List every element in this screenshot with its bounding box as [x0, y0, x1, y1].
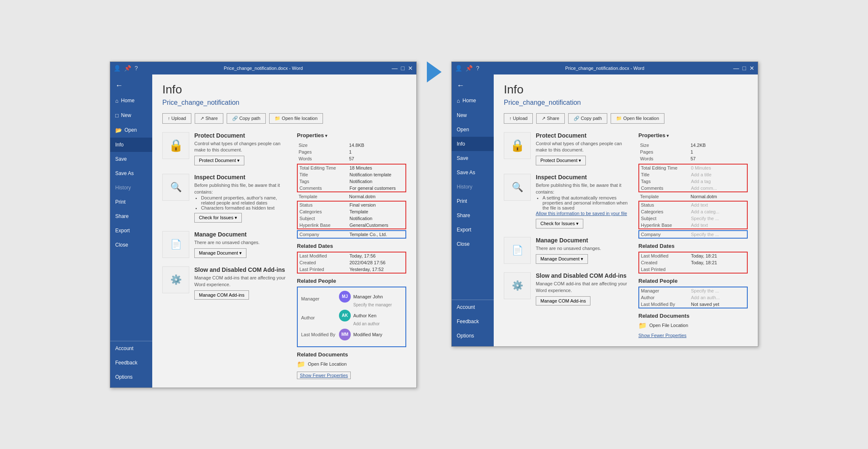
right-prop-value-categories[interactable]: Add a categ... — [689, 208, 747, 215]
sidebar-item-export[interactable]: Export — [110, 223, 152, 238]
open-location-button-left[interactable]: 📁 Open file location — [269, 113, 323, 124]
sidebar-label-export: Export — [115, 228, 130, 234]
right-manager-value[interactable]: Specify the ... — [689, 287, 747, 294]
right-sidebar-home[interactable]: ⌂ Home — [452, 93, 494, 108]
right-sidebar-info[interactable]: Info — [452, 137, 494, 151]
right-maximize-button[interactable]: □ — [743, 65, 746, 72]
right-sidebar-close[interactable]: Close — [452, 237, 494, 251]
right-prop-value-company[interactable]: Specify the ... — [689, 231, 747, 238]
right-com-title: Slow and Disabled COM Add-ins — [536, 272, 628, 279]
prop-label-title: Title — [297, 171, 348, 178]
right-prop-value-subject[interactable]: Specify the ... — [689, 215, 747, 222]
author-sub: Add an author — [353, 321, 380, 326]
doc-name-left: Price_change_notification — [162, 99, 406, 106]
right-minimize-button[interactable]: — — [733, 65, 739, 72]
right-prop-value-status[interactable]: Add text — [689, 201, 747, 208]
open-icon: 📂 — [115, 127, 122, 133]
left-window-body: ← ⌂ Home □ New 📂 Open Info Save — [110, 74, 416, 388]
right-sidebar-open[interactable]: Open — [452, 122, 494, 137]
right-protect-button[interactable]: Protect Document ▾ — [536, 156, 586, 165]
right-prop-label-categories: Categories — [639, 208, 689, 215]
right-sidebar-save[interactable]: Save — [452, 151, 494, 165]
sidebar-label-close: Close — [115, 242, 128, 248]
right-prop-row-title: Title Add a title — [639, 171, 747, 178]
copy-path-button-left[interactable]: 🔗 Copy path — [227, 113, 266, 124]
right-sidebar-export[interactable]: Export — [452, 223, 494, 237]
prop-label-company: Company — [297, 231, 348, 238]
prop-value-created: 2022/04/28 17:56 — [348, 259, 406, 266]
right-back-button[interactable]: ← — [452, 78, 494, 93]
sidebar-item-home[interactable]: ⌂ Home — [110, 93, 152, 108]
home-icon: ⌂ — [115, 98, 119, 104]
sidebar-label-home: Home — [121, 98, 135, 104]
right-people-row-last-modified-by: Last Modified By Not saved yet — [639, 301, 747, 308]
inspect-list: Document properties, author's name, rela… — [201, 195, 287, 210]
right-props-template: Template Normal.dotm — [638, 193, 748, 200]
copy-path-button-right[interactable]: 🔗 Copy path — [568, 113, 607, 124]
manage-button[interactable]: Manage Document ▾ — [194, 248, 246, 258]
right-sidebar-share[interactable]: Share — [452, 208, 494, 223]
open-location-button-right[interactable]: 📁 Open file location — [611, 113, 664, 124]
right-prop-value-hyperlink[interactable]: Add text — [689, 222, 747, 229]
people-row-last-modified-by: Last Modified By MM Modified Mary — [301, 329, 402, 340]
protect-button[interactable]: Protect Document ▾ — [194, 156, 244, 165]
right-sidebar-options[interactable]: Options — [452, 329, 494, 343]
sidebar-item-account[interactable]: Account — [110, 341, 152, 356]
sidebar-item-save-as[interactable]: Save As — [110, 166, 152, 181]
right-sidebar-label-save: Save — [457, 155, 468, 161]
share-button-left[interactable]: ↗ Share — [195, 113, 223, 124]
sidebar-item-new[interactable]: □ New — [110, 108, 152, 123]
prop-label-last-printed: Last Printed — [297, 266, 348, 273]
right-prop-value-words: 57 — [689, 155, 748, 162]
close-button[interactable]: ✕ — [408, 65, 413, 72]
sidebar-item-info[interactable]: Info — [110, 138, 152, 152]
right-open-file-location[interactable]: 📁 Open File Location — [638, 321, 748, 329]
right-sidebar-save-as[interactable]: Save As — [452, 165, 494, 180]
check-issues-button[interactable]: Check for Issues ▾ — [194, 213, 242, 223]
right-sidebar-print[interactable]: Print — [452, 194, 494, 208]
sidebar-item-print[interactable]: Print — [110, 195, 152, 209]
right-title-controls[interactable]: — □ ✕ — [733, 65, 754, 72]
open-file-location-left[interactable]: 📁 Open File Location — [297, 360, 406, 368]
people-row-author: Author AK Author Ken Add an author — [301, 310, 402, 326]
com-button[interactable]: Manage COM Add-ins — [194, 290, 249, 300]
right-people-row-manager: Manager Specify the ... — [639, 287, 747, 294]
protect-section: 🔒 Protect Document Control what types of… — [162, 132, 287, 166]
back-button[interactable]: ← — [110, 78, 152, 93]
right-prop-row-tags: Tags Add a tag — [639, 178, 747, 185]
prop-row-size: Size 14.8KB — [297, 142, 406, 149]
right-manage-button[interactable]: Manage Document ▾ — [536, 254, 588, 264]
right-main-content: Info Price_change_notification ↑ Upload … — [494, 74, 758, 346]
sidebar-item-close[interactable]: Close — [110, 238, 152, 252]
sidebar-item-options[interactable]: Options — [110, 370, 152, 384]
upload-button-right[interactable]: ↑ Upload — [504, 113, 533, 124]
right-close-button[interactable]: ✕ — [749, 65, 754, 72]
right-author-value[interactable]: Add an auth... — [689, 294, 747, 301]
upload-button-left[interactable]: ↑ Upload — [162, 113, 191, 124]
sidebar-item-share[interactable]: Share — [110, 209, 152, 223]
protect-content: Protect Document Control what types of c… — [194, 132, 287, 166]
minimize-button[interactable]: — — [392, 65, 398, 72]
right-com-button[interactable]: Manage COM Add-ins — [536, 296, 590, 306]
share-button-right[interactable]: ↗ Share — [536, 113, 564, 124]
sidebar-item-save[interactable]: Save — [110, 152, 152, 166]
related-people-title-left: Related People — [297, 278, 406, 284]
right-sidebar-new[interactable]: New — [452, 108, 494, 122]
properties-header-right[interactable]: Properties — [638, 132, 748, 138]
right-prop-value-title[interactable]: Add a title — [689, 171, 747, 178]
right-manager-label: Manager — [639, 287, 689, 294]
right-prop-value-tags[interactable]: Add a tag — [689, 178, 747, 185]
right-sidebar-feedback[interactable]: Feedback — [452, 314, 494, 329]
right-protect-description: Control what types of changes people can… — [536, 141, 628, 154]
sidebar-item-feedback[interactable]: Feedback — [110, 356, 152, 370]
sidebar-item-open[interactable]: 📂 Open — [110, 123, 152, 138]
left-title-controls[interactable]: — □ ✕ — [392, 65, 413, 72]
right-prop-value-comments[interactable]: Add comm... — [689, 185, 747, 192]
right-check-issues-button[interactable]: Check for Issues ▾ — [536, 219, 583, 228]
inspect-allow-link[interactable]: Allow this information to be saved in yo… — [536, 211, 627, 216]
properties-header-left[interactable]: Properties — [297, 132, 406, 138]
show-fewer-button-left[interactable]: Show Fewer Properties — [297, 372, 351, 379]
maximize-button[interactable]: □ — [401, 65, 405, 72]
right-sidebar-account[interactable]: Account — [452, 300, 494, 314]
right-show-fewer-button[interactable]: Show Fewer Properties — [638, 333, 748, 338]
